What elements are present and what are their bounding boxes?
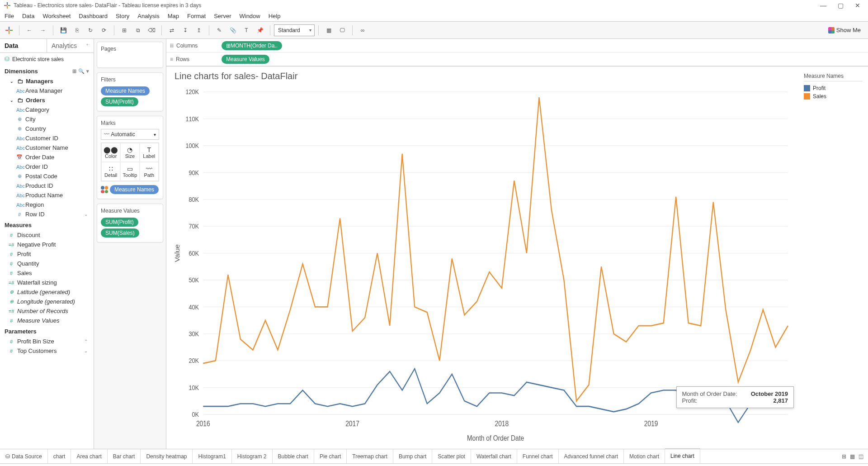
filter-pill-sum-profit[interactable]: SUM(Profit) <box>101 97 138 106</box>
tab-waterfall-chart[interactable]: Waterfall chart <box>471 449 517 463</box>
tab-area-chart[interactable]: Area chart <box>71 449 107 463</box>
tab-funnel-chart[interactable]: Funnel chart <box>517 449 559 463</box>
rows-pill[interactable]: Measure Values <box>222 55 269 64</box>
view-icon[interactable]: ⊞ <box>72 68 76 74</box>
tab-density-heatmap[interactable]: Density heatmap <box>141 449 193 463</box>
legend-item-profit[interactable]: Profit <box>804 84 863 92</box>
folder-orders[interactable]: ⌄🗀 Orders <box>0 95 94 105</box>
marks-type-select[interactable]: 〰 Automatic▾ <box>101 129 159 140</box>
field-latitude[interactable]: ⊕Latitude (generated) <box>0 287 94 297</box>
menu-map[interactable]: Map <box>168 13 179 19</box>
field-profit-bin[interactable]: #Profit Bin Size⌃ <box>0 337 94 346</box>
tab-bump-chart[interactable]: Bump chart <box>393 449 432 463</box>
field-longitude[interactable]: ⊕Longitude (generated) <box>0 297 94 306</box>
new-dashboard-icon[interactable]: ▦ <box>850 453 855 460</box>
mv-pill-profit[interactable]: SUM(Profit) <box>101 218 138 227</box>
marks-detail[interactable]: ∷Detail <box>101 162 120 181</box>
tab-histogram2[interactable]: Histogram 2 <box>232 449 273 463</box>
tab-analytics[interactable]: Analytics ⚬ <box>47 39 94 52</box>
marks-label[interactable]: TLabel <box>140 143 159 162</box>
marks-path[interactable]: 〰Path <box>140 162 159 181</box>
field-waterfall-sizing[interactable]: =#Waterfall sizing <box>0 278 94 287</box>
field-discount[interactable]: #Discount <box>0 230 94 240</box>
tab-treemap-chart[interactable]: Treemap chart <box>347 449 393 463</box>
field-city[interactable]: ⊕City <box>0 114 94 124</box>
menu-data[interactable]: Data <box>22 13 34 19</box>
menu-format[interactable]: Format <box>187 13 206 19</box>
tab-data-source[interactable]: ⛁Data Source <box>0 449 48 463</box>
tab-data[interactable]: Data <box>0 39 47 52</box>
tab-pie-chart[interactable]: Pie chart <box>314 449 347 463</box>
marks-tooltip[interactable]: ▭Tooltip <box>120 162 139 181</box>
field-sales[interactable]: #Sales <box>0 268 94 278</box>
datasource-item[interactable]: ⛁ Electronic store sales <box>0 53 94 65</box>
measure-values-shelf[interactable]: Measure Values SUM(Profit) SUM(Sales) <box>97 204 163 243</box>
menu-help[interactable]: Help <box>269 13 281 19</box>
run-button[interactable]: ⟳ <box>98 24 110 37</box>
minimize-button[interactable]: — <box>820 2 826 9</box>
field-product-id[interactable]: AbcProduct ID <box>0 181 94 190</box>
field-area-manager[interactable]: AbcArea Manager <box>0 86 94 95</box>
pages-shelf[interactable]: Pages <box>97 42 163 68</box>
menu-file[interactable]: File <box>5 13 14 19</box>
field-quantity[interactable]: #Quantity <box>0 259 94 268</box>
field-top-customers[interactable]: #Top Customers⌄ <box>0 346 94 356</box>
mv-pill-sales[interactable]: SUM(Sales) <box>101 228 139 238</box>
redo-button[interactable]: → <box>37 24 49 37</box>
scroll-down-icon[interactable]: ⌄ <box>83 211 89 218</box>
tab-bubble-chart[interactable]: Bubble chart <box>273 449 314 463</box>
cards-button[interactable]: ▦ <box>322 24 335 37</box>
columns-shelf[interactable]: iiiColumns ⊞ MONTH(Order Da.. <box>166 39 868 52</box>
tab-bar-chart[interactable]: Bar chart <box>108 449 141 463</box>
menu-worksheet[interactable]: Worksheet <box>42 13 71 19</box>
undo-button[interactable]: ← <box>23 24 36 37</box>
field-order-date[interactable]: 📅Order Date <box>0 152 94 162</box>
menu-dashboard[interactable]: Dashboard <box>79 13 108 19</box>
filter-pill-measure-names[interactable]: Measure Names <box>101 86 150 95</box>
pin-button[interactable]: 📌 <box>254 24 266 37</box>
new-story-icon[interactable]: ◫ <box>859 453 863 460</box>
tab-line-chart[interactable]: Line chart <box>665 449 700 463</box>
menu-server[interactable]: Server <box>214 13 231 19</box>
new-datasource-button[interactable]: ⎘ <box>71 24 83 37</box>
save-button[interactable]: 💾 <box>57 24 70 37</box>
tab-motion-chart[interactable]: Motion chart <box>624 449 665 463</box>
new-worksheet-icon[interactable]: ⊞ <box>842 453 846 460</box>
folder-managers[interactable]: ⌄🗀 Managers <box>0 76 94 86</box>
filters-shelf[interactable]: Filters Measure Names SUM(Profit) <box>97 72 163 111</box>
share-button[interactable]: ∞ <box>356 24 369 37</box>
search-icon[interactable]: 🔍 <box>78 68 85 74</box>
maximize-button[interactable]: ▢ <box>837 2 844 9</box>
swap-button[interactable]: ⇄ <box>165 24 178 37</box>
field-customer-name[interactable]: AbcCustomer Name <box>0 143 94 152</box>
tab-advanced-funnel[interactable]: Advanced funnel chart <box>559 449 624 463</box>
marks-color-pill[interactable]: Measure Names <box>110 185 159 194</box>
field-country[interactable]: ⊕Country <box>0 124 94 133</box>
totals-button[interactable]: T <box>240 24 253 37</box>
rows-shelf[interactable]: ≡Rows Measure Values <box>166 52 868 66</box>
scroll-down-icon[interactable]: ⌄ <box>83 347 89 354</box>
legend-item-sales[interactable]: Sales <box>804 92 863 100</box>
field-category[interactable]: AbcCategory <box>0 105 94 114</box>
menu-analysis[interactable]: Analysis <box>137 13 159 19</box>
field-measure-values[interactable]: #Measure Values <box>0 316 94 325</box>
duplicate-button[interactable]: ⧉ <box>132 24 144 37</box>
viz-title[interactable]: Line charts for sales- DataFlair <box>172 71 798 81</box>
sort-desc-button[interactable]: ↥ <box>193 24 205 37</box>
menu-story[interactable]: Story <box>116 13 129 19</box>
tab-chart[interactable]: chart <box>48 449 71 463</box>
field-region[interactable]: AbcRegion <box>0 200 94 209</box>
tab-histogram1[interactable]: Histogram1 <box>193 449 231 463</box>
field-profit[interactable]: #Profit <box>0 249 94 259</box>
sort-asc-button[interactable]: ↧ <box>179 24 192 37</box>
close-button[interactable]: ✕ <box>854 2 861 9</box>
new-sheet-button[interactable]: ⊞ <box>118 24 131 37</box>
auto-update-button[interactable]: ↻ <box>84 24 97 37</box>
menu-window[interactable]: Window <box>239 13 260 19</box>
fit-select[interactable]: Standard <box>274 24 315 36</box>
field-product-name[interactable]: AbcProduct Name <box>0 190 94 200</box>
scroll-up-icon[interactable]: ⌃ <box>83 338 89 345</box>
field-negative-profit[interactable]: =#Negative Profit <box>0 240 94 249</box>
marks-color[interactable]: ⬤⬤Color <box>101 143 120 162</box>
clear-button[interactable]: ⌫ <box>145 24 158 37</box>
